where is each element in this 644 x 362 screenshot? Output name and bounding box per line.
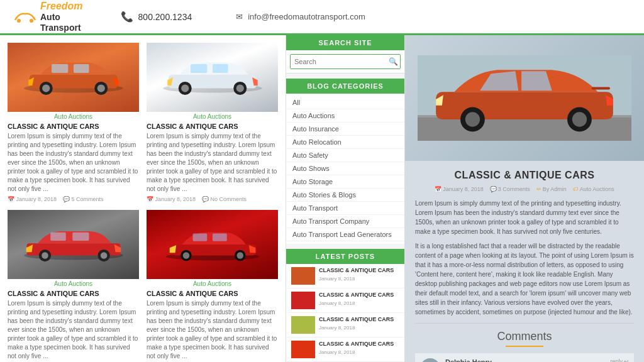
phone-contact: 📞 800.200.1234 bbox=[121, 11, 192, 23]
logo-text: Freedom Auto Transport bbox=[40, 1, 83, 33]
category-auto-insurance[interactable]: Auto Insurance bbox=[286, 123, 404, 136]
categories-title: BLOG CATEGORIES bbox=[286, 79, 404, 94]
article-category-tag: 🏷 Auto Auctions bbox=[573, 186, 614, 192]
article-hero bbox=[405, 35, 644, 161]
svg-point-17 bbox=[236, 84, 243, 92]
phone-number: 800.200.1234 bbox=[138, 12, 192, 22]
card-text-2: Lorem Ipsum is simply dummy text of the … bbox=[147, 132, 278, 194]
search-input[interactable] bbox=[291, 55, 385, 69]
card-text-4: Lorem Ipsum is simply dummy text of the … bbox=[147, 299, 278, 361]
latest-post-2[interactable]: CLASSIC & ANTIQUE CARS January 8, 2018 bbox=[286, 288, 404, 313]
comment-avatar-1: 👤 bbox=[420, 358, 440, 362]
svg-point-49 bbox=[572, 112, 587, 126]
article-meta: 📅 January 8, 2018 💬 3 Comments ✏ By Admi… bbox=[415, 186, 634, 192]
lp-title-1: CLASSIC & ANTIQUE CARS bbox=[319, 267, 394, 275]
lp-thumb-2 bbox=[291, 292, 315, 309]
search-button[interactable]: 🔍 bbox=[385, 55, 401, 69]
categories-section: BLOG CATEGORIES All Auto Auctions Auto I… bbox=[286, 79, 404, 244]
car-image-3 bbox=[8, 210, 139, 279]
svg-point-7 bbox=[97, 84, 104, 92]
category-auto-transport-leads[interactable]: Auto Transport Lead Generators bbox=[286, 228, 404, 241]
car-image-1 bbox=[8, 43, 139, 112]
logo-icon bbox=[13, 9, 38, 25]
svg-rect-28 bbox=[50, 233, 66, 241]
blog-card-4: Auto Auctions CLASSIC & ANTIQUE CARS Lor… bbox=[147, 210, 278, 362]
svg-rect-18 bbox=[191, 64, 207, 73]
lp-info-3: CLASSIC & ANTIQUE CARS January 8, 2018 bbox=[319, 316, 394, 331]
category-list: All Auto Auctions Auto Insurance Auto Re… bbox=[286, 94, 404, 244]
svg-rect-9 bbox=[74, 64, 89, 73]
logo-transport: Transport bbox=[40, 23, 83, 33]
site-header: Freedom Auto Transport 📞 800.200.1234 ✉ … bbox=[0, 0, 644, 35]
car-svg-3 bbox=[17, 222, 130, 266]
article-title: CLASSIC & ANTIQUE CARS bbox=[415, 170, 634, 181]
latest-posts-title: LATEST POSTS bbox=[286, 249, 404, 264]
category-all[interactable]: All bbox=[286, 96, 404, 109]
lp-date-2: January 8, 2018 bbox=[319, 300, 394, 306]
lp-info-4: CLASSIC & ANTIQUE CARS January 8, 2018 bbox=[319, 341, 394, 355]
lp-title-3: CLASSIC & ANTIQUE CARS bbox=[319, 316, 394, 324]
card-text-1: Lorem Ipsum is simply dummy text of the … bbox=[8, 132, 139, 194]
lp-title-2: CLASSIC & ANTIQUE CARS bbox=[319, 292, 394, 299]
card-meta-1: 📅 January 8, 2018 💬 5 Comments bbox=[8, 196, 139, 202]
comment-author-1: Delphia Henry bbox=[445, 358, 605, 362]
email-contact: ✉ info@freedomautotransport.com bbox=[236, 12, 365, 21]
lp-date-3: January 8, 2018 bbox=[319, 325, 394, 331]
lp-title-4: CLASSIC & ANTIQUE CARS bbox=[319, 341, 394, 348]
category-auto-auctions[interactable]: Auto Auctions bbox=[286, 109, 404, 123]
card-comments-2: 💬 No Comments bbox=[202, 196, 247, 202]
card-category-3: Auto Auctions bbox=[8, 280, 139, 287]
card-comments-1: 💬 5 Comments bbox=[63, 196, 104, 202]
article-detail-panel: CLASSIC & ANTIQUE CARS 📅 January 8, 2018… bbox=[405, 35, 644, 362]
card-title-4[interactable]: CLASSIC & ANTIQUE CARS bbox=[147, 290, 278, 297]
latest-post-1[interactable]: CLASSIC & ANTIQUE CARS January 8, 2018 bbox=[286, 264, 404, 288]
logo-auto: Auto bbox=[40, 12, 83, 23]
card-category-1: Auto Auctions bbox=[8, 113, 139, 120]
reply-button-1[interactable]: reply ↩ bbox=[610, 358, 629, 362]
hero-car-svg bbox=[418, 51, 631, 145]
car-image-4 bbox=[147, 210, 278, 279]
latest-posts-section: LATEST POSTS CLASSIC & ANTIQUE CARS Janu… bbox=[286, 249, 404, 362]
lp-date-4: January 8, 2018 bbox=[319, 349, 394, 355]
category-auto-shows[interactable]: Auto Shows bbox=[286, 162, 404, 175]
card-title-1[interactable]: CLASSIC & ANTIQUE CARS bbox=[8, 123, 139, 130]
main-layout: Auto Auctions CLASSIC & ANTIQUE CARS Lor… bbox=[0, 35, 644, 362]
latest-post-4[interactable]: CLASSIC & ANTIQUE CARS January 8, 2018 bbox=[286, 337, 404, 362]
email-icon: ✉ bbox=[236, 12, 243, 21]
article-content: CLASSIC & ANTIQUE CARS 📅 January 8, 2018… bbox=[405, 161, 644, 362]
svg-point-35 bbox=[182, 252, 189, 259]
blog-card-2: Auto Auctions CLASSIC & ANTIQUE CARS Lor… bbox=[147, 43, 278, 202]
email-address: info@freedomautotransport.com bbox=[248, 12, 365, 21]
svg-point-5 bbox=[42, 84, 50, 92]
search-section: SEARCH SITE 🔍 bbox=[286, 35, 404, 74]
car-svg-2 bbox=[156, 55, 269, 99]
category-auto-transport[interactable]: Auto Transport bbox=[286, 202, 404, 215]
svg-point-47 bbox=[465, 112, 480, 126]
article-date: 📅 January 8, 2018 bbox=[435, 186, 484, 192]
category-auto-transport-company[interactable]: Auto Transport Company bbox=[286, 215, 404, 228]
card-category-4: Auto Auctions bbox=[147, 280, 278, 287]
logo: Freedom Auto Transport bbox=[13, 1, 83, 33]
category-auto-storage[interactable]: Auto Storage bbox=[286, 175, 404, 189]
card-title-3[interactable]: CLASSIC & ANTIQUE CARS bbox=[8, 290, 139, 297]
lp-thumb-4 bbox=[291, 341, 315, 358]
logo-freedom: Freedom bbox=[40, 1, 83, 12]
article-text-2: It is a long established fact that a rea… bbox=[415, 241, 634, 317]
category-auto-relocation[interactable]: Auto Relocation bbox=[286, 136, 404, 149]
article-text-1: Lorem Ipsum is simply dummy text of the … bbox=[415, 199, 634, 236]
svg-point-27 bbox=[100, 252, 107, 259]
svg-rect-43 bbox=[418, 116, 631, 141]
latest-post-3[interactable]: CLASSIC & ANTIQUE CARS January 8, 2018 bbox=[286, 313, 404, 337]
svg-rect-19 bbox=[213, 64, 228, 73]
svg-point-0 bbox=[17, 19, 21, 23]
card-date-2: 📅 January 8, 2018 bbox=[147, 196, 196, 202]
sidebar: SEARCH SITE 🔍 BLOG CATEGORIES All Auto A… bbox=[286, 35, 405, 362]
comment-body-1: Delphia Henry 9 Jan 2018 bbox=[445, 358, 605, 362]
svg-point-15 bbox=[181, 84, 189, 92]
category-auto-stories[interactable]: Auto Stories & Blogs bbox=[286, 189, 404, 202]
category-auto-safety[interactable]: Auto Safety bbox=[286, 149, 404, 162]
card-title-2[interactable]: CLASSIC & ANTIQUE CARS bbox=[147, 123, 278, 130]
lp-thumb-1 bbox=[291, 267, 315, 285]
svg-rect-8 bbox=[52, 64, 68, 73]
article-comments-count: 💬 3 Comments bbox=[490, 186, 530, 192]
